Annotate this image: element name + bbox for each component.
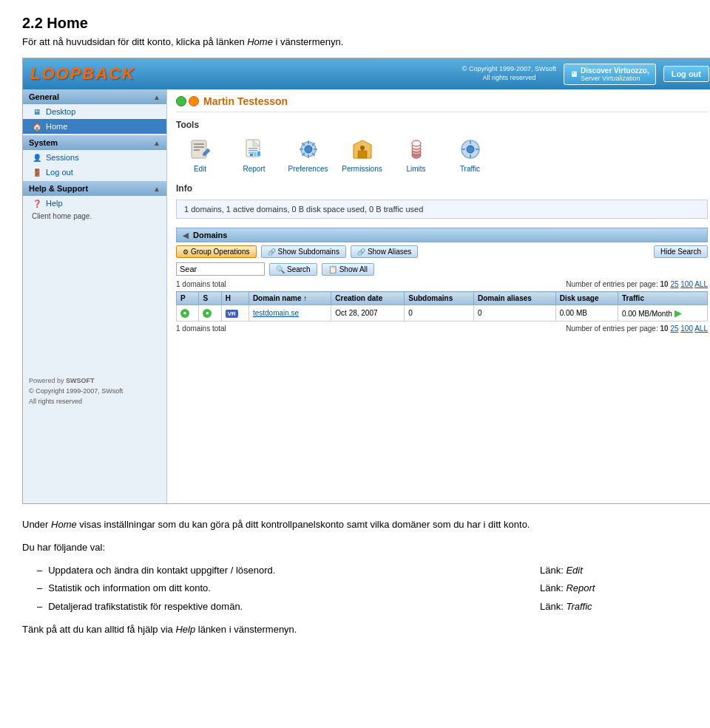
bottom-count: 1 domains total [176,324,226,333]
tool-preferences[interactable]: Preferences [284,136,332,173]
page-subtitle: För att nå huvudsidan för ditt konto, kl… [22,36,688,47]
list-item-3-text: Detaljerad trafikstatistik för respektiv… [48,599,540,615]
sidebar-help-header[interactable]: Help & Support ▲ [23,181,166,196]
traffic-icon [457,136,484,163]
home-icon: 🏠 [32,121,42,132]
col-disk: Disk usage [555,292,618,305]
sidebar-item-sessions[interactable]: 👤 Sessions [23,150,166,165]
show-subdomains-button[interactable]: 🔗 Show Subdomains [261,245,346,258]
p-status-icon: ● [180,309,189,318]
sidebar-item-help[interactable]: ❓ Help [23,196,166,211]
traffic-status-icon: ▶ [674,307,682,319]
info-text: 1 domains, 1 active domains, 0 B disk sp… [176,200,708,219]
tool-traffic[interactable]: Traffic [446,136,494,173]
group-ops-icon: ⚙ [183,248,189,256]
svg-rect-8 [250,154,253,156]
edit-link: Edit [566,565,582,576]
svg-rect-9 [254,152,257,156]
traffic-link: Traffic [566,601,592,612]
search-input[interactable] [176,262,265,276]
limits-icon [403,136,430,163]
tool-limits-label: Limits [406,165,425,173]
subtitle-italic: Home [247,36,273,47]
domain-link[interactable]: testdomain.se [253,309,299,317]
help-icon: ❓ [32,198,42,208]
logo: LOOPBACK [30,64,135,84]
main-layout: General ▲ 🖥 Desktop 🏠 Home System ▲ [23,89,710,503]
sidebar-copyright: © Copyright 1999-2007, SWsoft [23,386,166,396]
bottom-entries-all-link[interactable]: ALL [694,324,708,333]
svg-rect-28 [470,154,471,158]
info-title: Info [176,183,708,194]
col-creation: Creation date [331,292,405,305]
group-operations-button[interactable]: ⚙ Group Operations [176,245,257,258]
sidebar-item-desktop[interactable]: 🖥 Desktop [23,104,166,119]
cell-creation: Oct 28, 2007 [331,305,405,322]
search-row: 🔍 Search 📋 Show All [176,262,708,276]
bottom-entries-100-link[interactable]: 100 [680,324,693,333]
logout-button[interactable]: Log out [663,66,709,82]
svg-rect-2 [194,146,204,148]
footer-paragraph: Tänk på att du kan alltid få hjälp via H… [22,622,688,638]
tool-report[interactable]: Report [230,136,278,173]
sidebar-item-home[interactable]: 🏠 Home [23,119,166,134]
cell-aliases: 0 [474,305,556,322]
tool-permissions[interactable]: Permissions [338,136,386,173]
intro-paragraph: Under Home visas inställningar som du ka… [22,517,688,533]
following-label: Du har följande val: [22,540,688,556]
list-item-3: Detaljerad trafikstatistik för respektiv… [37,599,688,615]
search-button[interactable]: 🔍 Search [269,263,317,276]
sidebar-general-header[interactable]: General ▲ [23,89,166,104]
list-item-1-text: Uppdatera och ändra din kontakt uppgifte… [48,563,540,579]
show-aliases-button[interactable]: 🔗 Show Aliases [351,245,418,258]
domains-header[interactable]: ◀ Domains [176,228,708,242]
hide-search-button[interactable]: Hide Search [654,245,708,258]
topbar: LOOPBACK © Copyright 1999-2007, SWsoft A… [23,58,710,89]
domains-count: 1 domains total [176,280,226,288]
status-icons [176,96,199,106]
entries-25-link[interactable]: 25 [670,280,678,288]
following-list: Uppdatera och ändra din kontakt uppgifte… [37,563,688,615]
domains-table: P S H Domain name ↑ Creation date Subdom… [176,291,708,322]
intro-italic: Home [51,519,77,530]
entries-all-link[interactable]: ALL [694,280,708,288]
list-item-1: Uppdatera och ändra din kontakt uppgifte… [37,563,688,579]
col-p: P [177,292,199,305]
svg-rect-13 [308,140,309,144]
sidebar-section-general: General ▲ 🖥 Desktop 🏠 Home [23,89,166,134]
col-domain: Domain name ↑ [248,292,331,305]
svg-rect-27 [470,140,471,144]
logout-icon: 🚪 [32,167,42,177]
page-title: 2.2 Home [22,15,688,32]
sidebar-section-system: System ▲ 👤 Sessions 🚪 Log out [23,135,166,180]
svg-rect-16 [314,149,317,150]
sidebar-system-header[interactable]: System ▲ [23,135,166,150]
cell-disk: 0.00 MB [555,305,618,322]
svg-rect-17 [358,151,367,158]
list-item-2-text: Statistik och information om ditt konto. [48,581,540,596]
svg-rect-6 [248,150,257,152]
list-item-2: Statistik och information om ditt konto.… [37,581,688,596]
tool-limits[interactable]: Limits [392,136,440,173]
list-item-1-link: Länk: Edit [540,563,688,579]
powered-text: Powered by SWSOFT [23,371,166,386]
subdomains-icon: 🔗 [268,248,276,256]
sidebar-section-help: Help & Support ▲ ❓ Help Client home page… [23,181,166,222]
sidebar-item-logout[interactable]: 🚪 Log out [23,165,166,180]
desktop-icon: 🖥 [32,106,42,117]
tool-edit[interactable]: Edit [176,136,224,173]
preferences-icon [295,136,322,163]
show-all-button[interactable]: 📋 Show All [322,263,374,276]
subtitle-post: i vänstermenyn. [273,36,343,47]
bottom-entries-25-link[interactable]: 25 [670,324,678,333]
edit-icon [187,136,214,163]
cell-s: ● [199,305,221,322]
permissions-icon [349,136,376,163]
tool-edit-label: Edit [194,165,206,173]
virtuozzo-button[interactable]: 🖥 Discover Virtuozzo, Server Virtualizat… [564,64,656,85]
sidebar: General ▲ 🖥 Desktop 🏠 Home System ▲ [23,89,167,503]
entries-100-link[interactable]: 100 [680,280,693,288]
domains-count-row: 1 domains total Number of entries per pa… [176,280,708,288]
svg-point-26 [467,146,474,153]
user-name: Martin Testesson [203,95,288,107]
